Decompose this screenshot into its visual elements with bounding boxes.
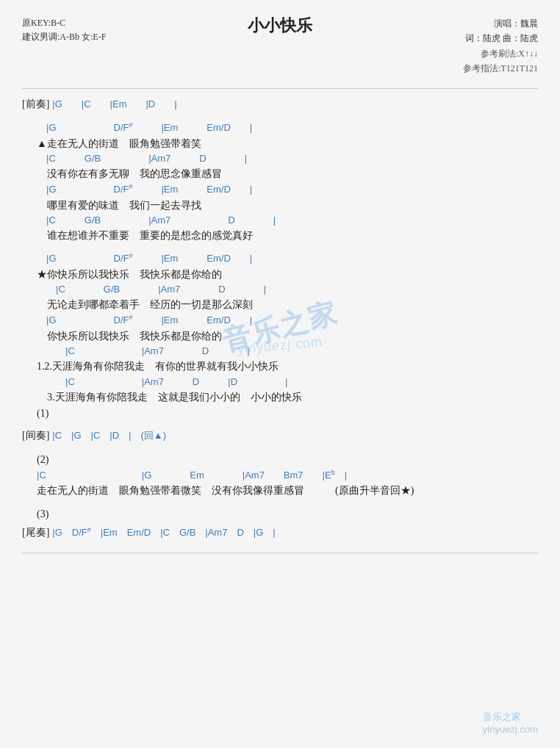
chord-row-8: |C |Am7 D | <box>37 344 538 359</box>
outro-chords: |G D/F# |Em Em/D |C G/B |Am7 D |G | <box>52 524 275 542</box>
section3-block: (3) <box>22 506 538 522</box>
footer-watermark: 音乐之家yinyuezj.com <box>483 711 538 735</box>
lyric-row-1: ▲走在无人的街道 眼角勉强带着笑 <box>37 136 538 152</box>
lyric-row-7: 你快乐所以我快乐 我快乐都是你给的 <box>37 328 538 345</box>
chord-row-2: |C G/B |Am7 D | <box>37 151 538 166</box>
singer-label: 演唱：魏晨 <box>463 16 538 31</box>
section2-block: (2) |C |G Em |Am7 Bm7 |Eb | 走在无人的街道 眼角勉强… <box>22 452 538 499</box>
section2-label: (2) <box>37 452 538 468</box>
intro-label: [前奏] <box>22 95 49 113</box>
chorus-block: |G D/F# |Em Em/D | ★你快乐所以我快乐 我快乐都是你给的 |C… <box>22 251 538 421</box>
lyric-row-11: 走在无人的街道 眼角勉强带着微笑 没有你我像得重感冒 (原曲升半音回★) <box>37 483 538 499</box>
chord-row-10: |C |G Em |Am7 Bm7 |Eb | <box>37 468 538 483</box>
divider1 <box>22 88 538 89</box>
chord-row-7: |G D/F# |Em Em/D | <box>37 313 538 328</box>
page: 原KEY:B-C 建议男调:A-Bb 女:E-F 小小快乐 演唱：魏晨 词：陆虎… <box>0 0 560 748</box>
chord-row-5: |G D/F# |Em Em/D | <box>37 251 538 266</box>
ref1: 参考刷法:X↑↓↓ <box>463 46 538 61</box>
lyric-row-2: 没有你在有多无聊 我的思念像重感冒 <box>37 166 538 182</box>
words-label: 词：陆虎 曲：陆虎 <box>463 31 538 46</box>
outro-section: [尾奏] |G D/F# |Em Em/D |C G/B |Am7 D |G | <box>22 523 538 542</box>
section3-label: (3) <box>37 506 538 522</box>
interlude-section: [间奏] |C |G |C |D | (回▲) <box>22 426 538 445</box>
meta-left: 原KEY:B-C 建议男调:A-Bb 女:E-F <box>22 16 106 44</box>
meta-right: 演唱：魏晨 词：陆虎 曲：陆虎 参考刷法:X↑↓↓ 参考指法:T121T121 <box>463 16 538 76</box>
interlude-label: [间奏] <box>22 426 49 445</box>
lyric-row-8: 1.2.天涯海角有你陪我走 有你的世界就有我小小快乐 <box>37 359 538 375</box>
ref2: 参考指法:T121T121 <box>463 61 538 76</box>
lyric-row-4: 谁在想谁并不重要 重要的是想念的感觉真好 <box>37 228 538 244</box>
chord-row-6: |C G/B |Am7 D | <box>37 282 538 297</box>
suggest-label: 建议男调:A-Bb 女:E-F <box>22 30 106 44</box>
lyric-row-10: (1) <box>37 406 538 422</box>
outro-label: [尾奏] <box>22 523 49 542</box>
chord-row-9: |C |Am7 D |D | <box>37 375 538 389</box>
verse1-block: |G D/F# |Em Em/D | ▲走在无人的街道 眼角勉强带着笑 |C G… <box>22 121 538 244</box>
lyric-row-6: 无论走到哪都牵着手 经历的一切是那么深刻 <box>37 297 538 313</box>
chord-row-3: |G D/F# |Em Em/D | <box>37 182 538 197</box>
interlude-chords: |C |G |C |D | (回▲) <box>52 427 166 444</box>
lyric-row-3: 哪里有爱的味道 我们一起去寻找 <box>37 198 538 214</box>
key-label: 原KEY:B-C <box>22 16 106 30</box>
intro-section: [前奏] |G |C |Em |D | <box>22 95 538 113</box>
chord-row-4: |C G/B |Am7 D | <box>37 213 538 228</box>
chord-row-1: |G D/F# |Em Em/D | <box>37 121 538 135</box>
divider2 <box>22 553 538 553</box>
lyric-row-9: 3.天涯海角有你陪我走 这就是我们小小的 小小的快乐 <box>37 389 538 406</box>
intro-chords: |G |C |Em |D | <box>52 96 176 112</box>
lyric-row-5: ★你快乐所以我快乐 我快乐都是你给的 <box>37 267 538 283</box>
